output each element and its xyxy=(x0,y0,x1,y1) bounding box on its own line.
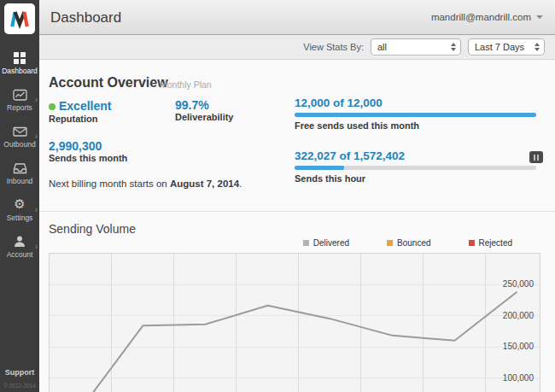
mandrill-logo[interactable] xyxy=(4,3,35,34)
chart-legend: Delivered Bounced Rejected xyxy=(49,238,540,248)
top-header: Dashboard mandrill@mandrill.com xyxy=(39,0,555,35)
free-sends-progressbar xyxy=(295,113,536,117)
reputation-stat: Excellent Reputation xyxy=(49,98,111,124)
free-sends-label: Free sends used this month xyxy=(295,120,536,131)
legend-item-rejected[interactable]: Rejected xyxy=(469,238,512,248)
sidebar-support-link[interactable]: Support xyxy=(0,368,39,377)
sidebar-item-outbound[interactable]: Outbound › xyxy=(0,118,39,155)
chevron-right-icon: › xyxy=(35,241,38,250)
sidebar-item-label: Account xyxy=(7,250,33,259)
rejected-swatch-icon xyxy=(469,240,475,246)
sidebar-item-account[interactable]: Account › xyxy=(0,228,39,265)
sidebar-item-label: Dashboard xyxy=(2,67,38,75)
sidebar-item-label: Inbound xyxy=(7,177,33,185)
delivered-swatch-icon xyxy=(303,240,309,246)
account-menu[interactable]: mandrill@mandrill.com xyxy=(431,12,543,22)
account-email: mandrill@mandrill.com xyxy=(431,12,531,22)
chevron-right-icon: › xyxy=(35,204,38,214)
sidebar: Dashboard Reports › Outbound › xyxy=(0,0,39,392)
gear-icon: ⚙ xyxy=(14,197,25,212)
reputation-status: Excellent xyxy=(59,99,111,113)
chevron-down-icon xyxy=(536,15,543,19)
reputation-label: Reputation xyxy=(49,114,111,124)
account-overview-title: Account Overview xyxy=(49,75,168,91)
page-title: Dashboard xyxy=(50,9,121,26)
sends-month-label: Sends this month xyxy=(49,153,127,163)
plan-badge: Monthly Plan xyxy=(160,79,212,90)
reputation-dot-icon xyxy=(49,103,56,110)
legend-item-bounced[interactable]: Bounced xyxy=(387,238,430,248)
select-arrows-icon xyxy=(535,43,540,51)
copyright-text: © 2012-2014 xyxy=(0,383,39,389)
grid-icon xyxy=(13,50,26,65)
envelope-icon xyxy=(13,124,27,138)
deliverability-label: Deliverability xyxy=(175,112,233,122)
free-sends-value: 12,000 of 12,000 xyxy=(295,97,536,109)
filter-bar: View Stats By: all Last 7 Days xyxy=(39,35,555,60)
chevron-right-icon: › xyxy=(35,94,38,103)
pause-sending-button[interactable] xyxy=(529,151,543,163)
date-range-select[interactable]: Last 7 Days xyxy=(468,38,545,56)
pause-icon xyxy=(534,155,535,161)
hourly-label: Sends this hour xyxy=(295,173,536,184)
sending-volume-title: Sending Volume xyxy=(49,222,136,236)
sidebar-nav: Dashboard Reports › Outbound › xyxy=(0,44,39,265)
mandrill-dashboard-app: Dashboard Reports › Outbound › xyxy=(0,0,555,392)
billing-note: Next billing month starts on August 7, 2… xyxy=(49,178,242,189)
stats-by-select[interactable]: all xyxy=(371,38,461,56)
chart-icon xyxy=(13,87,27,102)
chart-canvas xyxy=(50,254,540,392)
sidebar-item-label: Settings xyxy=(7,214,33,222)
hourly-usage: 322,027 of 1,572,402 Sends this hour xyxy=(295,149,536,184)
deliverability-stat: 99.7% Deliverability xyxy=(175,98,233,122)
legend-item-delivered[interactable]: Delivered xyxy=(303,238,349,248)
free-sends-usage: 12,000 of 12,000 Free sends used this mo… xyxy=(295,97,536,131)
section-divider xyxy=(39,211,555,212)
sidebar-item-dashboard[interactable]: Dashboard xyxy=(0,44,39,81)
sidebar-item-inbound[interactable]: Inbound xyxy=(0,155,39,191)
select-arrows-icon xyxy=(451,43,456,51)
hourly-value: 322,027 of 1,572,402 xyxy=(295,149,536,162)
sidebar-item-label: Outbound xyxy=(3,140,35,149)
chevron-right-icon: › xyxy=(35,131,38,140)
user-icon xyxy=(13,234,26,249)
mandrill-m-icon xyxy=(7,6,32,32)
sidebar-item-label: Reports xyxy=(7,103,32,112)
billing-date: August 7, 2014 xyxy=(170,178,239,189)
sidebar-item-settings[interactable]: ⚙ Settings › xyxy=(0,191,39,228)
view-stats-by-label: View Stats By: xyxy=(303,42,364,52)
sends-month-value: 2,990,300 xyxy=(49,139,127,153)
delivered-series-line xyxy=(81,292,517,392)
stats-by-value: all xyxy=(377,42,387,52)
sending-volume-chart: 250,000 200,000 150,000 100,000 xyxy=(49,253,540,392)
inbox-icon xyxy=(13,161,27,175)
deliverability-value: 99.7% xyxy=(175,98,233,112)
date-range-value: Last 7 Days xyxy=(475,42,524,52)
sends-month-stat: 2,990,300 Sends this month xyxy=(49,139,127,163)
hourly-progressbar xyxy=(295,166,536,170)
bounced-swatch-icon xyxy=(387,240,393,246)
sidebar-item-reports[interactable]: Reports › xyxy=(0,81,39,118)
